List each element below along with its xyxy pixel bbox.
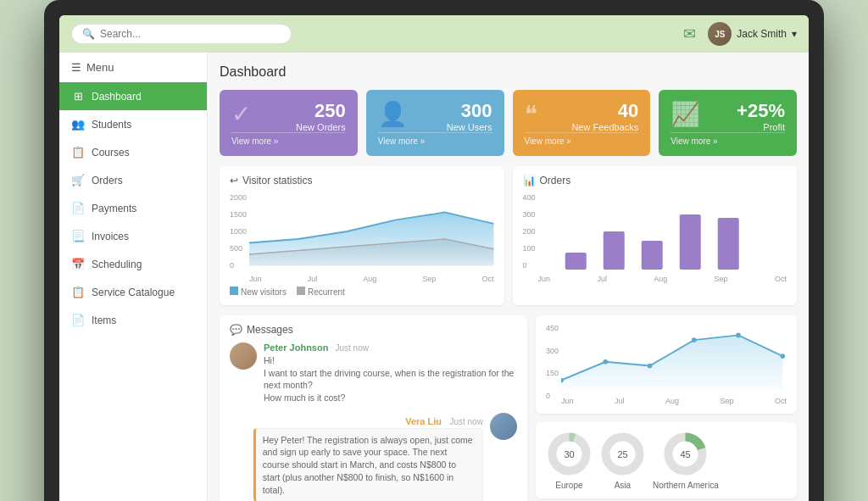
pie-charts-card: 30 Europe 25 Asia — [536, 422, 797, 498]
sidebar-item-orders[interactable]: 🛒 Orders — [59, 166, 207, 194]
menu-label: Menu — [86, 61, 114, 74]
messages-icon: 💬 — [230, 324, 242, 336]
orders-chart-title: 📊 Orders — [523, 175, 787, 186]
message-item-2: Vera Liu Just now Hey Peter! The registr… — [230, 413, 517, 501]
svg-rect-4 — [641, 241, 662, 270]
sidebar-item-label: Students — [92, 119, 131, 131]
orders-x-axis: JunJulAugSepOct — [538, 275, 787, 283]
sidebar-item-payments[interactable]: 📄 Payments — [59, 194, 207, 222]
svg-point-10 — [648, 364, 653, 369]
line-chart-card: 4503001500 — [536, 315, 797, 414]
pie-northern-america: 45 Northern America — [653, 431, 719, 490]
user-info[interactable]: JS Jack Smith ▾ — [708, 22, 797, 46]
msg-time-2: Just now — [449, 417, 482, 426]
sidebar-item-dashboard[interactable]: ⊞ Dashboard — [59, 82, 207, 110]
profit-link[interactable]: View more » — [670, 132, 785, 146]
users-link[interactable]: View more » — [378, 132, 492, 146]
sidebar-item-invoices[interactable]: 📃 Invoices — [59, 222, 207, 250]
stat-cards: ✓ 250 New Orders View more » 👤 300 New U… — [220, 90, 797, 156]
feedbacks-count: 40 — [525, 100, 639, 122]
sidebar-item-label: Orders — [92, 175, 123, 186]
profit-label: Profit — [670, 122, 785, 132]
content-area: Dashboard ✓ 250 New Orders View more » 👤 — [208, 53, 809, 501]
visitor-stats-title: ↩ Visitor statistics — [230, 175, 494, 186]
svg-rect-3 — [603, 231, 624, 270]
hamburger-icon: ☰ — [71, 61, 81, 74]
payments-icon: 📄 — [71, 202, 85, 214]
feedbacks-link[interactable]: View more » — [525, 132, 639, 146]
sidebar-item-courses[interactable]: 📋 Courses — [59, 138, 207, 166]
pie-europe-svg: 30 — [546, 431, 593, 477]
sidebar-menu-header: ☰ Menu — [59, 53, 207, 82]
msg-sender-1: Peter Johnson — [264, 342, 328, 353]
users-label: New Users — [378, 122, 492, 132]
msg-sender-2: Vera Liu — [405, 416, 442, 426]
svg-point-9 — [603, 359, 608, 365]
page-title: Dashboard — [220, 64, 797, 80]
sidebar-item-label: Payments — [92, 203, 136, 214]
msg-content-2: Vera Liu Just now Hey Peter! The registr… — [253, 413, 483, 501]
visitor-chart-svg — [249, 193, 493, 270]
search-input[interactable] — [100, 28, 281, 40]
svg-marker-1 — [249, 212, 493, 265]
orders-y-axis: 4003002001000 — [523, 193, 536, 270]
items-icon: 📄 — [71, 314, 85, 326]
feedbacks-label: New Feedbacks — [525, 122, 639, 132]
orders-icon: 🛒 — [71, 174, 85, 186]
sidebar: ☰ Menu ⊞ Dashboard 👥 Students 📋 Courses … — [59, 53, 208, 501]
svg-point-12 — [736, 333, 741, 338]
service-catalogue-icon: 📋 — [71, 286, 85, 298]
right-bottom: 4503001500 — [536, 315, 797, 501]
svg-point-11 — [692, 337, 697, 342]
msg-avatar-peter — [230, 342, 257, 370]
sidebar-item-students[interactable]: 👥 Students — [59, 110, 207, 138]
sidebar-item-scheduling[interactable]: 📅 Scheduling — [59, 250, 207, 278]
sidebar-item-label: Service Catalogue — [92, 287, 175, 298]
invoices-icon: 📃 — [71, 230, 85, 242]
svg-marker-7 — [561, 335, 782, 390]
sidebar-item-label: Scheduling — [92, 259, 142, 270]
orders-bar-svg — [538, 193, 787, 270]
sidebar-item-label: Invoices — [92, 231, 129, 242]
msg-text-2: Hey Peter! The registration is always op… — [253, 428, 483, 501]
svg-rect-6 — [717, 218, 738, 270]
bottom-row: 💬 Messages Peter Johnson Just now — [220, 315, 797, 501]
stat-card-orders[interactable]: ✓ 250 New Orders View more » — [220, 90, 358, 156]
visitor-legend: New visitors Recurrent — [230, 287, 494, 297]
chart-icon: ↩ — [230, 175, 238, 186]
sidebar-item-service-catalogue[interactable]: 📋 Service Catalogue — [59, 278, 207, 306]
chevron-down-icon: ▾ — [792, 28, 797, 40]
stat-card-users[interactable]: 👤 300 New Users View more » — [366, 90, 504, 156]
search-icon: 🔍 — [82, 28, 95, 40]
sidebar-item-items[interactable]: 📄 Items — [59, 306, 207, 334]
msg-time-1: Just now — [335, 343, 368, 353]
svg-rect-2 — [565, 253, 586, 270]
orders-link[interactable]: View more » — [231, 132, 346, 146]
students-icon: 👥 — [71, 118, 85, 131]
avatar: JS — [708, 22, 732, 46]
search-container: 🔍 — [71, 24, 292, 44]
dashboard-icon: ⊞ — [71, 90, 85, 103]
messages-card: 💬 Messages Peter Johnson Just now — [220, 315, 527, 501]
visitor-stats-card: ↩ Visitor statistics 2000150010005000 — [220, 166, 504, 305]
sidebar-item-label: Courses — [92, 147, 130, 159]
messages-title: 💬 Messages — [230, 324, 517, 336]
topbar: 🔍 ✉ JS Jack Smith ▾ — [59, 15, 809, 53]
svg-text:30: 30 — [564, 449, 574, 459]
pie-europe-label: Europe — [555, 481, 582, 490]
courses-icon: 📋 — [71, 146, 85, 159]
svg-point-13 — [780, 353, 785, 359]
svg-text:45: 45 — [681, 449, 691, 459]
pie-northern-america-svg: 45 — [662, 431, 709, 477]
bar-chart-icon: 📊 — [523, 175, 536, 186]
pie-asia: 25 Asia — [599, 431, 646, 490]
charts-row-1: ↩ Visitor statistics 2000150010005000 — [220, 166, 797, 305]
msg-avatar-vera — [490, 413, 517, 440]
stat-card-profit[interactable]: 📈 +25% Profit View more » — [659, 90, 797, 156]
line-chart-svg — [561, 324, 787, 392]
mail-icon[interactable]: ✉ — [683, 25, 696, 43]
svg-rect-5 — [679, 214, 700, 270]
stat-card-feedbacks[interactable]: ❝ 40 New Feedbacks View more » — [513, 90, 651, 156]
orders-label: New Orders — [231, 122, 346, 132]
sidebar-item-label: Items — [92, 315, 116, 326]
